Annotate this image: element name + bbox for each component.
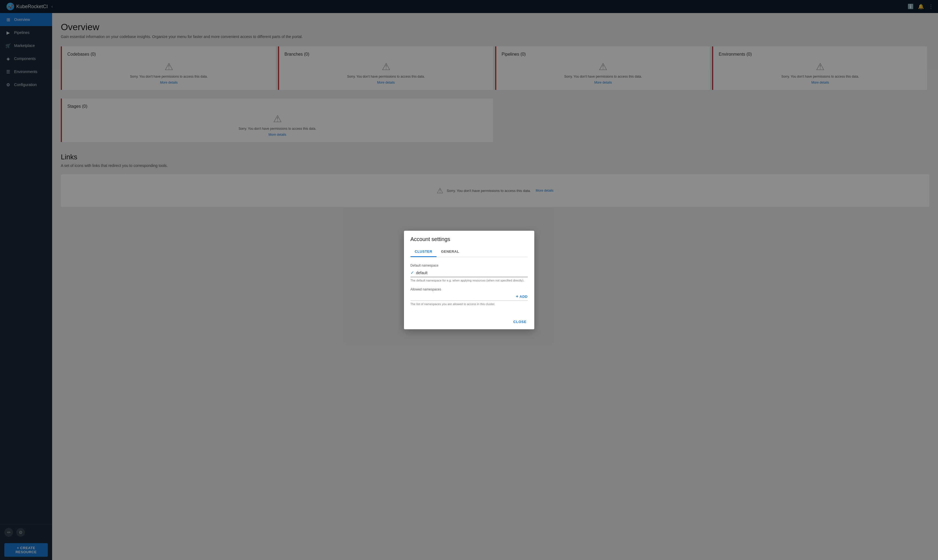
tab-general[interactable]: GENERAL: [437, 247, 463, 257]
tab-cluster[interactable]: CLUSTER: [411, 247, 437, 257]
default-namespace-label: Default namespace: [411, 263, 528, 268]
modal-overlay: Account settings CLUSTER GENERAL Default…: [0, 0, 938, 560]
checkmark-icon: ✓: [411, 270, 414, 275]
default-namespace-field: ✓: [411, 268, 528, 277]
account-settings-modal: Account settings CLUSTER GENERAL Default…: [404, 231, 534, 329]
allowed-namespaces-field: + ADD: [411, 292, 528, 301]
add-namespace-button[interactable]: + ADD: [516, 294, 528, 299]
allowed-namespaces-hint: The list of namespaces you are allowed t…: [411, 302, 528, 306]
default-namespace-hint: The default namespace for e.g. when appl…: [411, 279, 528, 282]
allowed-namespaces-label: Allowed namespaces: [411, 288, 528, 291]
modal-close-button[interactable]: CLOSE: [510, 318, 530, 326]
modal-title: Account settings: [411, 236, 528, 242]
modal-footer: CLOSE: [404, 315, 534, 329]
plus-icon: +: [516, 294, 518, 299]
default-namespace-input[interactable]: [416, 271, 528, 275]
modal-header: Account settings CLUSTER GENERAL: [404, 231, 534, 257]
modal-tabs: CLUSTER GENERAL: [411, 247, 528, 257]
modal-body: Default namespace ✓ The default namespac…: [404, 257, 534, 315]
